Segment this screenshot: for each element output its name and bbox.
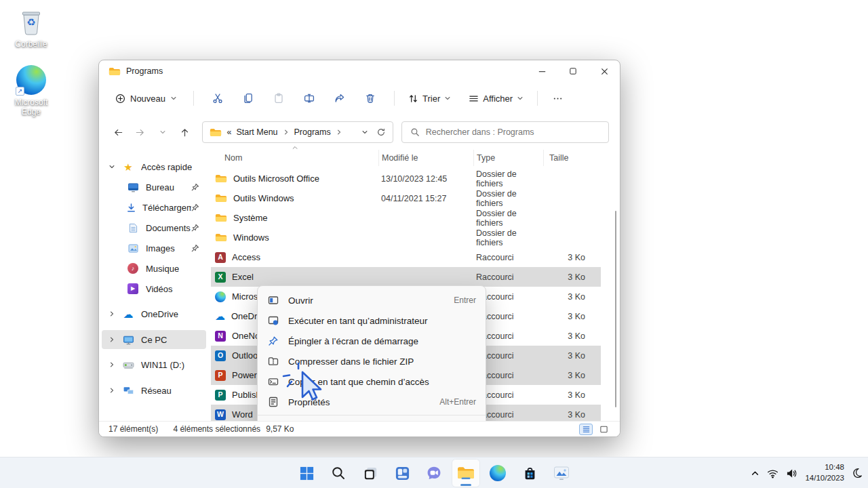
file-name-cell: AAccess	[211, 252, 378, 263]
context-menu-item-compresser-dans-le-fichier-zip[interactable]: Compresser dans le fichier ZIP	[258, 351, 486, 371]
context-menu-item-copier-en-tant-que-chemin-d-acces[interactable]: Copier en tant que chemin d’accès	[258, 371, 486, 392]
volume-icon[interactable]	[786, 468, 797, 479]
taskbar-photos-button[interactable]	[548, 460, 575, 487]
file-name: Système	[233, 213, 268, 223]
taskbar-search-button[interactable]	[325, 460, 352, 487]
share-button[interactable]	[330, 88, 350, 108]
minimize-button[interactable]	[526, 60, 557, 82]
sort-button[interactable]: Trier	[404, 87, 455, 109]
file-size: 3 Ko	[543, 390, 587, 400]
up-button[interactable]	[176, 123, 193, 142]
context-menu-item-ouvrir[interactable]: OuvrirEntrer	[258, 290, 486, 310]
sidebar-item-label: Accès rapide	[141, 162, 192, 172]
history-chevron-icon[interactable]	[154, 123, 171, 142]
file-row-windows[interactable]: WindowsDossier de fichiers	[211, 228, 601, 247]
taskbar-edge-button[interactable]	[484, 460, 511, 487]
chevron-right-icon[interactable]	[107, 387, 117, 394]
more-options-button[interactable]	[547, 88, 568, 108]
search-placeholder: Rechercher dans : Programs	[426, 127, 534, 137]
context-menu-item-afficher-plus-d-options[interactable]: Afficher plus d’optionsShift+F10	[258, 418, 486, 421]
sidebar-item-onedrive[interactable]: ☁OneDrive	[102, 304, 206, 323]
chevron-down-icon[interactable]	[107, 163, 117, 170]
details-view-button[interactable]	[579, 424, 593, 435]
tray-time: 10:48	[805, 462, 844, 473]
close-button[interactable]	[589, 60, 620, 82]
cut-button[interactable]	[208, 88, 228, 108]
back-button[interactable]	[110, 123, 127, 142]
sidebar-item-documents[interactable]: Documents	[102, 218, 206, 237]
file-name: Access	[232, 252, 260, 262]
chevron-down-icon[interactable]	[361, 129, 368, 136]
copy-button[interactable]	[238, 88, 258, 108]
file-name: Word	[232, 409, 253, 420]
file-type: Dossier de fichiers	[473, 189, 543, 208]
scrollbar[interactable]	[615, 211, 616, 407]
sidebar-item-telechargements[interactable]: Téléchargements	[102, 198, 206, 217]
column-header-type[interactable]: Type	[473, 150, 543, 166]
taskbar-chat-button[interactable]	[420, 460, 448, 487]
sidebar-item-bureau[interactable]: Bureau	[102, 178, 206, 197]
sidebar-item-ce-pc[interactable]: Ce PC	[102, 330, 206, 349]
taskbar-store-button[interactable]	[516, 460, 543, 487]
address-box[interactable]: « Start Menu Programs	[202, 121, 393, 143]
file-row-outils-microsoft-office[interactable]: Outils Microsoft Office13/10/2023 12:45D…	[211, 169, 601, 188]
taskbar-explorer-button[interactable]	[452, 460, 479, 487]
context-menu-item-epingler-a-l-ecran-de-demarrage[interactable]: Épingler à l’écran de démarrage	[258, 331, 486, 351]
navigation-pane: ★Accès rapideBureauTéléchargementsDocume…	[99, 144, 208, 421]
maximize-button[interactable]	[557, 60, 589, 82]
paste-button[interactable]	[269, 88, 289, 108]
path-icon	[267, 376, 279, 387]
tray-chevron-up-icon[interactable]	[751, 469, 760, 478]
context-menu-item-executer-en-tant-qu-administrateur[interactable]: Exécuter en tant qu’administrateur	[258, 310, 486, 331]
new-button[interactable]: Nouveau	[108, 87, 184, 109]
taskbar-taskview-button[interactable]	[357, 460, 384, 487]
sort-icon	[408, 94, 418, 104]
title-bar[interactable]: Programs	[99, 60, 620, 82]
music-icon: ♪	[126, 263, 140, 274]
delete-icon	[365, 93, 376, 104]
desktop-icon-edge[interactable]: ↗ Microsoft Edge	[5, 65, 57, 117]
clock[interactable]: 10:48 14/10/2023	[805, 462, 844, 483]
sidebar-item-win11-d[interactable]: WIN11 (D:)	[102, 355, 206, 374]
file-row-outils-windows[interactable]: Outils Windows04/11/2021 15:27Dossier de…	[211, 188, 601, 208]
sidebar-item-acces-rapide[interactable]: ★Accès rapide	[102, 157, 206, 176]
taskbar: 10:48 14/10/2023	[0, 457, 868, 488]
file-row-excel[interactable]: XExcelRaccourci3 Ko	[211, 267, 601, 287]
chevron-right-icon[interactable]	[107, 336, 117, 343]
breadcrumb-programs[interactable]: Programs	[294, 127, 331, 137]
forward-button[interactable]	[132, 123, 149, 142]
sidebar-item-images[interactable]: Images	[102, 239, 206, 258]
column-header-modifie-le[interactable]: Modifié le	[378, 150, 473, 166]
view-button[interactable]: Afficher	[465, 87, 528, 109]
sidebar-item-reseau[interactable]: Réseau	[102, 381, 206, 400]
explorer-icon	[457, 466, 475, 481]
column-header-taille[interactable]: Taille	[543, 150, 591, 166]
chevron-right-icon[interactable]	[107, 361, 117, 368]
wifi-icon[interactable]	[767, 468, 778, 479]
sidebar-item-musique[interactable]: ♪Musique	[102, 259, 206, 278]
breadcrumb-prefix[interactable]: «	[226, 127, 231, 137]
breadcrumb-start-menu[interactable]: Start Menu	[236, 127, 277, 137]
new-button-label: Nouveau	[130, 94, 165, 104]
delete-button[interactable]	[360, 88, 380, 108]
command-bar: Nouveau Trier Afficher	[99, 82, 620, 115]
onedrive-icon: ☁	[121, 309, 135, 319]
file-row-access[interactable]: AAccessRaccourci3 Ko	[211, 247, 601, 267]
moon-icon[interactable]	[852, 468, 863, 479]
rename-button[interactable]	[299, 88, 319, 108]
taskbar-widgets-button[interactable]	[389, 460, 416, 487]
network-icon	[121, 386, 135, 395]
context-menu-item-proprietes[interactable]: PropriétésAlt+Entrer	[258, 392, 486, 412]
column-header-nom[interactable]: Nom	[211, 150, 378, 166]
view-icon	[469, 94, 479, 104]
refresh-icon[interactable]	[376, 127, 386, 137]
desktop-icon-recycle-bin[interactable]: ♻ Corbeille	[5, 8, 57, 49]
search-input[interactable]: Rechercher dans : Programs	[401, 121, 609, 143]
sidebar-item-videos[interactable]: ▶Vidéos	[102, 279, 206, 298]
taskbar-start-button[interactable]	[293, 460, 320, 487]
file-row-systeme[interactable]: SystèmeDossier de fichiers	[211, 208, 601, 228]
thumbnail-view-button[interactable]	[597, 424, 610, 435]
chevron-right-icon[interactable]	[107, 310, 117, 317]
sidebar-item-label: Images	[146, 243, 175, 253]
pin-icon	[191, 244, 199, 252]
